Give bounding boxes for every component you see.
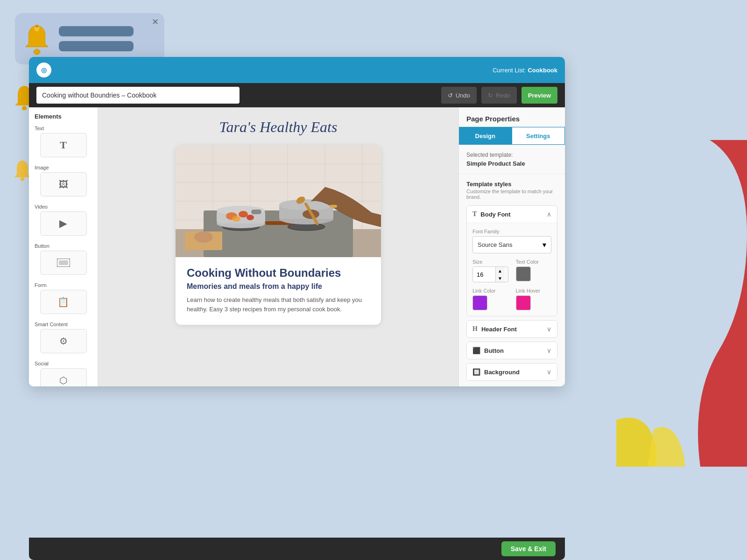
product-card: Cooking Without Boundaries Memories and … [176, 145, 381, 325]
form-element-box[interactable]: 📋 [40, 290, 87, 314]
font-family-value: Source Sans [478, 241, 512, 248]
top-bar: ◎ Current List: Cookbook [29, 57, 565, 83]
text-label: Text [33, 126, 44, 131]
hamburger-lines [59, 26, 134, 51]
link-color-row: Link Color Link Hover [472, 288, 551, 310]
selected-template-section: Selected template: Simple Product Sale [459, 145, 565, 174]
main-content: Elements Text T Image 🖼 Video ▶ [29, 107, 565, 386]
tab-design[interactable]: Design [459, 127, 512, 145]
undo-button[interactable]: ↺ Undo [441, 87, 477, 104]
svg-point-28 [247, 215, 254, 220]
right-panel: Page Properties Design Settings Selected… [458, 107, 565, 386]
top-bar-left: ◎ [36, 63, 51, 77]
save-exit-button[interactable]: Save & Exit [501, 541, 556, 556]
link-hover-swatch[interactable] [516, 295, 531, 310]
text-element-box[interactable]: T [40, 133, 87, 157]
body-font-header-left: T Body Font [472, 210, 511, 218]
size-decrement-button[interactable]: ▼ [496, 274, 504, 282]
svg-point-29 [232, 216, 240, 222]
header-font-header-left: H Header Font [472, 325, 517, 333]
sidebar-item-social[interactable]: Social ⬡ [33, 361, 94, 386]
button-header-left: ⬛ Button [472, 347, 504, 354]
body-font-accordion-body: Font Family Source Sans ▾ Size [467, 223, 557, 316]
header-font-label: Header Font [481, 326, 517, 333]
tab-settings[interactable]: Settings [512, 127, 565, 145]
sidebar-item-button[interactable]: Button [33, 243, 94, 275]
background-header-left: 🔲 Background [472, 368, 520, 376]
video-element-box[interactable]: ▶ [40, 211, 87, 236]
app-container: ◎ Current List: Cookbook ↺ Undo ↻ Redo P… [29, 57, 565, 386]
sidebar-item-smart-content[interactable]: Smart Content ⚙ [33, 322, 94, 353]
svg-point-1 [34, 49, 40, 55]
size-input[interactable] [473, 267, 495, 282]
toolbar: ↺ Undo ↻ Redo Preview [29, 83, 565, 107]
link-hover-field-group: Link Hover [516, 288, 552, 310]
font-family-chevron-icon: ▾ [543, 240, 546, 249]
header-font-accordion: H Header Font ∨ [466, 320, 557, 338]
smart-content-element-box[interactable]: ⚙ [40, 329, 87, 353]
link-color-swatch[interactable] [472, 295, 487, 310]
current-list-label: Current List: [493, 67, 526, 74]
app-logo: ◎ [36, 63, 51, 77]
size-increment-button[interactable]: ▲ [496, 267, 504, 274]
svg-rect-33 [251, 210, 261, 214]
template-styles-title: Template styles [466, 181, 557, 188]
current-list-name: Cookbook [528, 67, 557, 74]
social-label: Social [33, 361, 49, 366]
link-color-field-group: Link Color [472, 288, 508, 310]
text-color-swatch[interactable] [516, 266, 531, 281]
link-color-label: Link Color [472, 288, 508, 294]
bottom-bar: Save & Exit [29, 538, 565, 560]
button-icon [57, 259, 70, 267]
button-label: Button [33, 243, 49, 249]
current-list-info: Current List: Cookbook [493, 66, 557, 74]
font-family-select[interactable]: Source Sans ▾ [472, 236, 551, 253]
page-title-input[interactable] [36, 87, 240, 104]
button-accordion-label: Button [484, 347, 504, 354]
size-stepper: ▲ ▼ [495, 267, 504, 282]
redo-icon: ↻ [488, 92, 493, 99]
redo-button[interactable]: ↻ Redo [481, 87, 517, 104]
svg-point-40 [194, 231, 213, 243]
font-family-field-label: Font Family [472, 229, 551, 234]
size-label: Size [472, 259, 508, 265]
text-color-label: Text Color [516, 259, 552, 265]
redo-label: Redo [496, 92, 510, 99]
background-accordion-header[interactable]: 🔲 Background ∨ [467, 364, 557, 380]
sidebar-item-video[interactable]: Video ▶ [33, 204, 94, 236]
page-heading: Tara's Healthy Eats [219, 119, 338, 136]
button-accordion: ⬛ Button ∨ [466, 342, 557, 359]
video-label: Video [33, 204, 48, 210]
social-element-box[interactable]: ⬡ [40, 368, 87, 386]
close-float-button[interactable]: ✕ [152, 17, 159, 27]
panel-tabs: Design Settings [459, 127, 565, 145]
button-accordion-header[interactable]: ⬛ Button ∨ [467, 342, 557, 359]
product-card-image [176, 145, 381, 257]
bell-icon-large [21, 22, 53, 55]
undo-label: Undo [456, 92, 470, 99]
sidebar-item-text[interactable]: Text T [33, 126, 94, 157]
svg-rect-3 [35, 25, 39, 27]
social-icon: ⬡ [59, 375, 67, 386]
link-hover-label: Link Hover [516, 288, 552, 294]
svg-point-27 [239, 211, 248, 217]
image-element-box[interactable]: 🖼 [40, 172, 87, 196]
text-icon: T [60, 139, 67, 151]
preview-button[interactable]: Preview [521, 87, 557, 104]
sidebar-item-image[interactable]: Image 🖼 [33, 165, 94, 196]
body-font-icon: T [472, 210, 477, 218]
header-font-accordion-header[interactable]: H Header Font ∨ [467, 321, 557, 337]
body-font-accordion: T Body Font ∧ Font Family Source Sans ▾ [466, 205, 557, 316]
button-accordion-icon: ⬛ [472, 347, 480, 354]
body-font-label: Body Font [480, 211, 510, 218]
canvas-area: Tara's Healthy Eats [98, 107, 458, 386]
text-color-field-group: Text Color [516, 259, 552, 282]
button-element-box[interactable] [40, 251, 87, 275]
preview-label: Preview [528, 92, 551, 99]
background-accordion-icon: 🔲 [472, 368, 480, 376]
form-label: Form [33, 282, 47, 288]
svg-rect-38 [330, 205, 337, 208]
body-font-accordion-header[interactable]: T Body Font ∧ [467, 206, 557, 223]
sidebar-item-form[interactable]: Form 📋 [33, 282, 94, 314]
template-styles-section: Template styles Customize the template t… [459, 174, 565, 386]
